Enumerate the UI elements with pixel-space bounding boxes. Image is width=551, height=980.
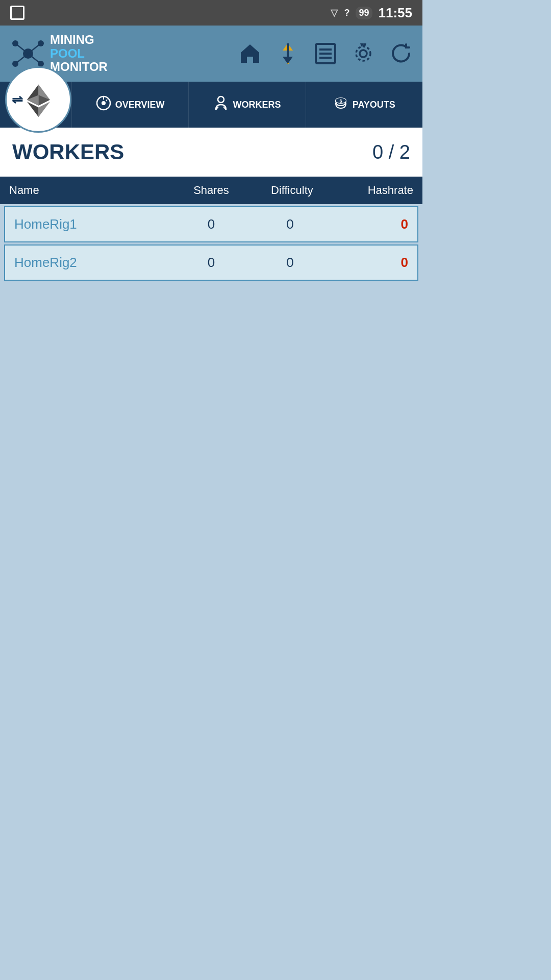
logo-monitor: MONITOR [50, 60, 108, 74]
tab-overview-label: OVERVIEW [115, 100, 165, 110]
overview-icon [96, 95, 111, 114]
tab-overview[interactable]: OVERVIEW [71, 82, 188, 128]
workers-table: Name Shares Difficulty Hashrate HomeRig1… [0, 177, 422, 281]
worker-hashrate-2: 0 [330, 255, 408, 271]
status-square-icon [10, 6, 24, 20]
header-icons [239, 42, 412, 65]
col-header-hashrate: Hashrate [333, 184, 413, 197]
ethereum-logo [19, 81, 58, 119]
worker-difficulty-1: 0 [251, 216, 329, 232]
tab-workers-label: WORKERS [233, 100, 281, 110]
tab-payouts[interactable]: $ PAYOUTS [306, 82, 422, 128]
svg-point-14 [356, 46, 370, 61]
eth-logo-container[interactable]: ⇌ [5, 66, 71, 133]
question-icon: ? [344, 8, 349, 18]
transfer-button[interactable] [277, 42, 299, 65]
col-header-difficulty: Difficulty [252, 184, 332, 197]
nav-bar: ⇌ OVERVIEW [0, 82, 422, 128]
workers-count: 0 / 2 [372, 141, 410, 163]
logo-text: MINING POOL MONITOR [50, 33, 108, 74]
workers-header: WORKERS 0 / 2 [0, 128, 422, 177]
worker-name-2: HomeRig2 [14, 255, 172, 271]
worker-shares-2: 0 [172, 255, 251, 271]
svg-text:$: $ [339, 99, 342, 104]
tab-workers[interactable]: WORKERS [188, 82, 305, 128]
table-header: Name Shares Difficulty Hashrate [0, 177, 422, 204]
svg-line-8 [28, 54, 41, 64]
logo-area: MINING POOL MONITOR [10, 33, 108, 74]
payouts-icon: $ [333, 95, 348, 114]
app-header: MINING POOL MONITOR [0, 26, 422, 82]
status-time: 11:55 [379, 5, 413, 21]
worker-hashrate-1: 0 [330, 216, 408, 232]
tab-payouts-label: PAYOUTS [353, 100, 395, 110]
logo-pool: POOL [50, 47, 108, 60]
col-header-name: Name [9, 184, 171, 197]
status-bar-right: ▽ ? 99 11:55 [331, 5, 412, 21]
settings-button[interactable] [352, 42, 374, 65]
worker-shares-1: 0 [172, 216, 251, 232]
svg-line-7 [15, 54, 28, 64]
list-button[interactable] [314, 42, 337, 65]
worker-difficulty-2: 0 [251, 255, 329, 271]
signal-icon: ▽ [331, 7, 338, 18]
worker-name-1: HomeRig1 [14, 216, 172, 232]
swap-icon: ⇌ [12, 92, 23, 108]
status-bar-left [10, 6, 24, 20]
nav-tabs: OVERVIEW WORKERS $ [71, 82, 422, 128]
refresh-button[interactable] [390, 42, 412, 65]
workers-icon [213, 95, 229, 114]
home-button[interactable] [239, 42, 261, 65]
svg-line-24 [106, 100, 107, 101]
status-bar: ▽ ? 99 11:55 [0, 0, 422, 26]
svg-line-6 [28, 43, 41, 54]
col-header-shares: Shares [171, 184, 252, 197]
svg-point-13 [360, 50, 367, 57]
svg-point-22 [102, 101, 106, 105]
battery-level: 99 [356, 7, 372, 19]
svg-point-25 [218, 96, 224, 103]
background-area [0, 283, 422, 793]
logo-mining: MINING [50, 33, 108, 46]
table-row[interactable]: HomeRig1 0 0 0 [4, 206, 418, 242]
svg-line-5 [15, 43, 28, 54]
workers-title: WORKERS [12, 140, 124, 164]
table-row[interactable]: HomeRig2 0 0 0 [4, 244, 418, 281]
